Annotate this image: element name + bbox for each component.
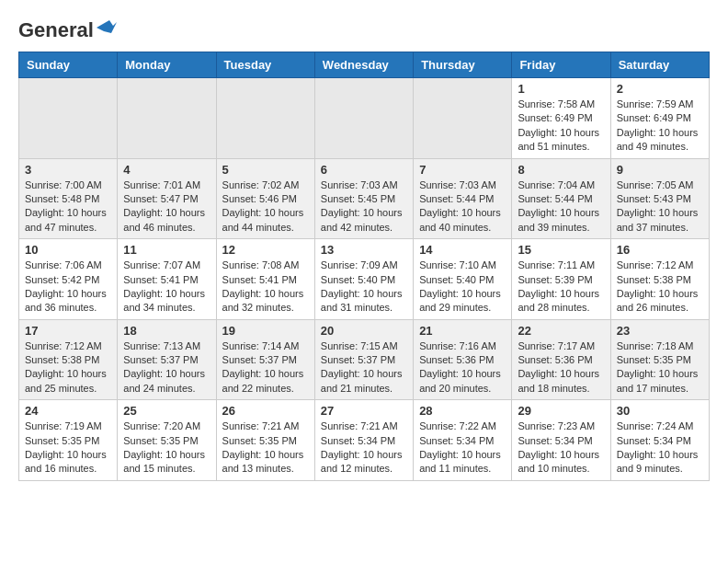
week-row-5: 24Sunrise: 7:19 AM Sunset: 5:35 PM Dayli… <box>19 400 710 481</box>
day-number: 6 <box>321 163 407 177</box>
day-info: Sunrise: 7:19 AM Sunset: 5:35 PM Dayligh… <box>25 419 111 477</box>
day-number: 17 <box>25 324 111 338</box>
day-number: 29 <box>518 404 604 418</box>
calendar-cell: 20Sunrise: 7:15 AM Sunset: 5:37 PM Dayli… <box>314 319 413 400</box>
day-info: Sunrise: 7:10 AM Sunset: 5:40 PM Dayligh… <box>419 259 506 316</box>
day-number: 3 <box>25 163 111 177</box>
week-row-4: 17Sunrise: 7:12 AM Sunset: 5:38 PM Dayli… <box>19 319 710 400</box>
day-number: 27 <box>321 404 407 418</box>
day-number: 20 <box>321 324 407 338</box>
day-info: Sunrise: 7:12 AM Sunset: 5:38 PM Dayligh… <box>617 259 703 316</box>
day-number: 15 <box>518 243 604 257</box>
calendar-cell: 14Sunrise: 7:10 AM Sunset: 5:40 PM Dayli… <box>414 239 512 320</box>
day-number: 26 <box>222 404 309 418</box>
day-info: Sunrise: 7:58 AM Sunset: 6:49 PM Dayligh… <box>518 98 604 155</box>
day-info: Sunrise: 7:11 AM Sunset: 5:39 PM Dayligh… <box>518 259 604 316</box>
calendar-cell: 1Sunrise: 7:58 AM Sunset: 6:49 PM Daylig… <box>512 78 610 159</box>
calendar-cell <box>314 78 413 159</box>
day-number: 11 <box>123 243 210 257</box>
day-info: Sunrise: 7:20 AM Sunset: 5:35 PM Dayligh… <box>123 419 210 477</box>
day-info: Sunrise: 7:09 AM Sunset: 5:40 PM Dayligh… <box>321 259 407 316</box>
day-number: 22 <box>518 324 604 338</box>
day-info: Sunrise: 7:00 AM Sunset: 5:48 PM Dayligh… <box>25 178 111 236</box>
calendar-cell: 30Sunrise: 7:24 AM Sunset: 5:34 PM Dayli… <box>610 400 709 481</box>
day-number: 7 <box>419 163 506 177</box>
day-info: Sunrise: 7:17 AM Sunset: 5:36 PM Dayligh… <box>518 339 604 396</box>
day-info: Sunrise: 7:24 AM Sunset: 5:34 PM Dayligh… <box>617 419 703 477</box>
calendar-cell: 18Sunrise: 7:13 AM Sunset: 5:37 PM Dayli… <box>118 319 216 400</box>
calendar-cell: 26Sunrise: 7:21 AM Sunset: 5:35 PM Dayli… <box>216 400 314 481</box>
week-row-1: 1Sunrise: 7:58 AM Sunset: 6:49 PM Daylig… <box>19 78 710 159</box>
day-number: 10 <box>25 243 111 257</box>
week-row-3: 10Sunrise: 7:06 AM Sunset: 5:42 PM Dayli… <box>19 239 710 320</box>
calendar-cell: 12Sunrise: 7:08 AM Sunset: 5:41 PM Dayli… <box>216 239 314 320</box>
day-number: 24 <box>25 404 111 418</box>
day-info: Sunrise: 7:14 AM Sunset: 5:37 PM Dayligh… <box>222 339 309 396</box>
day-info: Sunrise: 7:05 AM Sunset: 5:43 PM Dayligh… <box>617 178 703 236</box>
day-number: 9 <box>617 163 703 177</box>
calendar-cell: 8Sunrise: 7:04 AM Sunset: 5:44 PM Daylig… <box>512 158 610 239</box>
weekday-header-friday: Friday <box>512 52 610 78</box>
logo: General <box>18 18 117 42</box>
day-info: Sunrise: 7:06 AM Sunset: 5:42 PM Dayligh… <box>25 259 111 316</box>
day-info: Sunrise: 7:21 AM Sunset: 5:35 PM Dayligh… <box>222 419 309 477</box>
day-info: Sunrise: 7:01 AM Sunset: 5:47 PM Dayligh… <box>123 178 210 236</box>
calendar-cell: 25Sunrise: 7:20 AM Sunset: 5:35 PM Dayli… <box>118 400 216 481</box>
day-number: 2 <box>617 82 703 96</box>
calendar-cell: 10Sunrise: 7:06 AM Sunset: 5:42 PM Dayli… <box>19 239 118 320</box>
calendar-cell: 28Sunrise: 7:22 AM Sunset: 5:34 PM Dayli… <box>414 400 512 481</box>
calendar-cell: 7Sunrise: 7:03 AM Sunset: 5:44 PM Daylig… <box>414 158 512 239</box>
calendar-cell: 9Sunrise: 7:05 AM Sunset: 5:43 PM Daylig… <box>610 158 709 239</box>
day-info: Sunrise: 7:21 AM Sunset: 5:34 PM Dayligh… <box>321 419 407 477</box>
logo-general: General <box>18 18 94 42</box>
day-number: 16 <box>617 243 703 257</box>
weekday-header-tuesday: Tuesday <box>216 52 314 78</box>
calendar-cell: 21Sunrise: 7:16 AM Sunset: 5:36 PM Dayli… <box>414 319 512 400</box>
logo-bird-icon <box>97 20 117 37</box>
calendar-cell: 22Sunrise: 7:17 AM Sunset: 5:36 PM Dayli… <box>512 319 610 400</box>
day-number: 14 <box>419 243 506 257</box>
weekday-header-sunday: Sunday <box>19 52 118 78</box>
header: General <box>18 18 710 42</box>
weekday-header-saturday: Saturday <box>610 52 709 78</box>
day-number: 5 <box>222 163 309 177</box>
day-info: Sunrise: 7:15 AM Sunset: 5:37 PM Dayligh… <box>321 339 407 396</box>
calendar-cell: 29Sunrise: 7:23 AM Sunset: 5:34 PM Dayli… <box>512 400 610 481</box>
day-number: 30 <box>617 404 703 418</box>
calendar-cell: 4Sunrise: 7:01 AM Sunset: 5:47 PM Daylig… <box>118 158 216 239</box>
calendar-cell: 19Sunrise: 7:14 AM Sunset: 5:37 PM Dayli… <box>216 319 314 400</box>
day-info: Sunrise: 7:16 AM Sunset: 5:36 PM Dayligh… <box>419 339 506 396</box>
calendar-cell: 6Sunrise: 7:03 AM Sunset: 5:45 PM Daylig… <box>314 158 413 239</box>
day-number: 23 <box>617 324 703 338</box>
day-info: Sunrise: 7:23 AM Sunset: 5:34 PM Dayligh… <box>518 419 604 477</box>
weekday-header-wednesday: Wednesday <box>314 52 413 78</box>
day-info: Sunrise: 7:13 AM Sunset: 5:37 PM Dayligh… <box>123 339 210 396</box>
day-number: 21 <box>419 324 506 338</box>
day-info: Sunrise: 7:02 AM Sunset: 5:46 PM Dayligh… <box>222 178 309 236</box>
calendar-cell: 15Sunrise: 7:11 AM Sunset: 5:39 PM Dayli… <box>512 239 610 320</box>
week-row-2: 3Sunrise: 7:00 AM Sunset: 5:48 PM Daylig… <box>19 158 710 239</box>
day-info: Sunrise: 7:22 AM Sunset: 5:34 PM Dayligh… <box>419 419 506 477</box>
calendar-cell: 2Sunrise: 7:59 AM Sunset: 6:49 PM Daylig… <box>610 78 709 159</box>
calendar-cell: 3Sunrise: 7:00 AM Sunset: 5:48 PM Daylig… <box>19 158 118 239</box>
calendar-cell: 16Sunrise: 7:12 AM Sunset: 5:38 PM Dayli… <box>610 239 709 320</box>
day-info: Sunrise: 7:12 AM Sunset: 5:38 PM Dayligh… <box>25 339 111 396</box>
calendar-cell: 24Sunrise: 7:19 AM Sunset: 5:35 PM Dayli… <box>19 400 118 481</box>
day-number: 1 <box>518 82 604 96</box>
day-number: 28 <box>419 404 506 418</box>
calendar-cell: 5Sunrise: 7:02 AM Sunset: 5:46 PM Daylig… <box>216 158 314 239</box>
day-info: Sunrise: 7:03 AM Sunset: 5:44 PM Dayligh… <box>419 178 506 236</box>
calendar-cell: 13Sunrise: 7:09 AM Sunset: 5:40 PM Dayli… <box>314 239 413 320</box>
weekday-header-monday: Monday <box>118 52 216 78</box>
day-info: Sunrise: 7:08 AM Sunset: 5:41 PM Dayligh… <box>222 259 309 316</box>
calendar-cell: 17Sunrise: 7:12 AM Sunset: 5:38 PM Dayli… <box>19 319 118 400</box>
day-number: 12 <box>222 243 309 257</box>
day-info: Sunrise: 7:18 AM Sunset: 5:35 PM Dayligh… <box>617 339 703 396</box>
svg-marker-0 <box>97 20 117 33</box>
day-number: 4 <box>123 163 210 177</box>
day-info: Sunrise: 7:07 AM Sunset: 5:41 PM Dayligh… <box>123 259 210 316</box>
day-number: 25 <box>123 404 210 418</box>
day-number: 18 <box>123 324 210 338</box>
weekday-header-thursday: Thursday <box>414 52 512 78</box>
day-number: 8 <box>518 163 604 177</box>
